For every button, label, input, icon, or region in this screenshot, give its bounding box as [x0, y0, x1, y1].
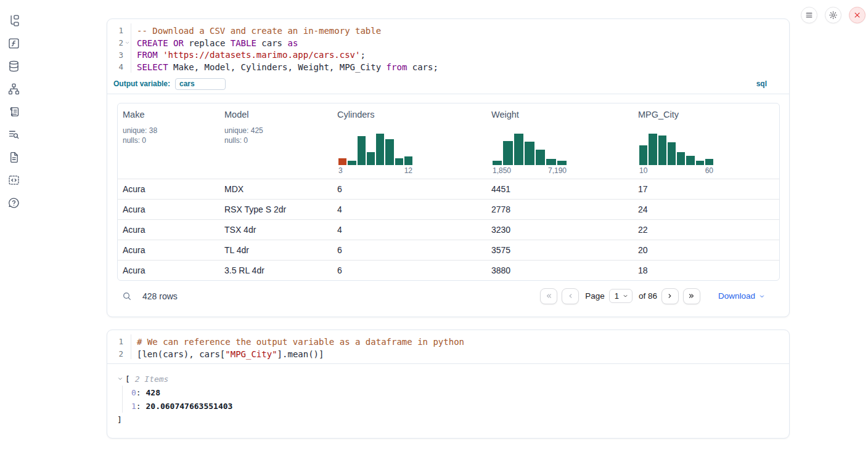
histogram-bar [557, 161, 567, 165]
histogram-max-label: 7,190 [548, 166, 567, 175]
line-number: 1 [107, 337, 123, 346]
row-count: 428 rows [142, 291, 178, 301]
table-row[interactable]: Acura3.5 RL 4dr6388018 [118, 260, 779, 280]
tree-entry[interactable]: 1: 20.060747663551403 [131, 399, 779, 413]
open-bracket: [ [125, 374, 130, 384]
shutdown-button[interactable] [849, 7, 866, 23]
code-text: -- Download a CSV and create an in-memor… [131, 26, 381, 36]
histogram-bar [536, 150, 545, 165]
table-cell: 20 [633, 245, 779, 255]
settings-button[interactable] [825, 7, 841, 23]
entry-key: 0 [131, 388, 136, 397]
token-plain [158, 50, 163, 60]
last-page-button[interactable] [683, 288, 700, 304]
help-icon[interactable] [7, 196, 20, 209]
code-line[interactable]: 3FROM 'https://datasets.marimo.app/cars.… [107, 49, 789, 61]
column-header-weight[interactable]: Weight1,8507,190 [486, 103, 633, 179]
table-row[interactable]: AcuraTL 4dr6357520 [118, 240, 779, 260]
page-select[interactable]: 1 [609, 289, 633, 303]
tree-root-line[interactable]: [ 2 Items [117, 372, 779, 386]
sql-meta-row: Output variable: sql [107, 77, 789, 94]
chevron-left-icon [567, 292, 575, 300]
code-line[interactable]: 2[len(cars), cars["MPG_City"].mean()] [107, 348, 789, 360]
token-plain: ; [360, 50, 365, 60]
pagination: Page 1 of 86 Download [540, 288, 779, 304]
table-cell: Acura [118, 204, 219, 214]
scratchpad-icon[interactable] [7, 105, 20, 118]
table-row[interactable]: AcuraTSX 4dr4323022 [118, 219, 779, 240]
token-keyword: from [387, 62, 407, 72]
download-button[interactable]: Download [718, 291, 766, 301]
code-line[interactable]: 1-- Download a CSV and create an in-memo… [107, 25, 789, 37]
table-cell: 18 [633, 265, 779, 275]
column-header-model[interactable]: Modelunique: 425nulls: 0 [219, 103, 332, 179]
table-row[interactable]: AcuraMDX6445117 [118, 179, 779, 199]
column-header-cylinders[interactable]: Cylinders312 [332, 103, 486, 179]
table-cell: 4451 [486, 184, 633, 194]
histogram-min-label: 3 [338, 166, 343, 175]
table-cell: 3575 [486, 245, 633, 255]
entry-colon: : [136, 402, 146, 411]
line-number: 2 [107, 349, 123, 358]
code-line[interactable]: 4SELECT Make, Model, Cylinders, Weight, … [107, 61, 789, 73]
menu-button[interactable] [801, 7, 817, 23]
histogram-bar [376, 134, 384, 164]
dependency-graph-icon[interactable] [7, 82, 20, 95]
download-label: Download [718, 291, 755, 301]
table-cell: MDX [219, 184, 332, 194]
table-cell: TSX 4dr [219, 225, 332, 235]
first-page-button[interactable] [540, 288, 557, 304]
column-header-mpg_city[interactable]: MPG_City1060 [633, 103, 779, 179]
stat-line: nulls: 0 [123, 136, 219, 146]
tree-close-line: ] [117, 413, 779, 426]
column-header-make[interactable]: Makeunique: 38nulls: 0 [118, 103, 219, 179]
table-cell: 4 [332, 225, 486, 235]
search-icon[interactable] [122, 291, 132, 301]
histogram-bar [395, 158, 403, 164]
entry-colon: : [136, 388, 146, 397]
file-explorer-icon[interactable] [7, 14, 20, 27]
histogram-bar [525, 142, 534, 165]
token-string: 'https://datasets.marimo.app/cars.csv' [163, 50, 360, 60]
logs-icon[interactable] [7, 127, 20, 141]
tree-entry[interactable]: 0: 428 [131, 386, 779, 399]
entry-value: 20.060747663551403 [145, 402, 232, 411]
histogram-min-label: 10 [639, 166, 647, 175]
column-histogram: 1,8507,190 [493, 133, 567, 175]
token-plain: cars [256, 38, 288, 48]
token-plain: ].mean()] [277, 349, 324, 359]
next-page-button[interactable] [661, 288, 679, 304]
stat-line: unique: 38 [123, 126, 219, 136]
sql-code-editor[interactable]: 1-- Download a CSV and create an in-memo… [107, 19, 789, 77]
column-histogram: 312 [338, 133, 412, 175]
token-keyword: as [287, 38, 298, 48]
code-line[interactable]: 2CREATE OR replace TABLE cars as [107, 37, 789, 49]
collapse-chevron-icon[interactable] [117, 376, 123, 382]
fold-chevron-icon[interactable] [123, 40, 131, 46]
table-cell: Acura [118, 245, 219, 255]
prev-page-button[interactable] [562, 288, 579, 304]
token-keyword: FROM [137, 50, 158, 60]
histogram-bars [639, 133, 713, 165]
table-row[interactable]: AcuraRSX Type S 2dr4277824 [118, 199, 779, 219]
table-cell: 17 [633, 184, 779, 194]
snippets-icon[interactable] [7, 173, 20, 187]
code-text: [len(cars), cars["MPG_City"].mean()] [131, 349, 324, 359]
histogram-bar [348, 161, 356, 165]
documentation-icon[interactable] [7, 150, 20, 164]
python-code-editor[interactable]: 1# We can reference the output variable … [107, 330, 789, 364]
code-text: # We can reference the output variable a… [131, 337, 464, 347]
histogram-bar [404, 156, 412, 165]
variables-icon[interactable] [7, 36, 20, 50]
line-number: 1 [107, 26, 123, 35]
datasources-icon[interactable] [7, 59, 20, 73]
histogram-bar [493, 161, 502, 165]
histogram-bar [639, 145, 647, 165]
token-keyword: SELECT [137, 62, 168, 72]
output-variable-input[interactable] [175, 78, 226, 90]
histogram-bar [338, 158, 346, 164]
chevrons-left-icon [545, 292, 553, 300]
histogram-bar [546, 159, 555, 165]
code-line[interactable]: 1# We can reference the output variable … [107, 336, 789, 348]
table-cell: 6 [332, 245, 486, 255]
